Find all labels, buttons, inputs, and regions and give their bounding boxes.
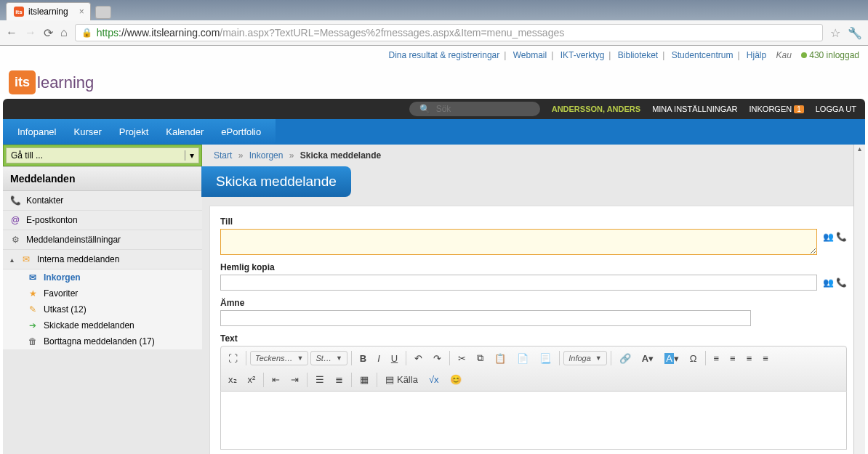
search-input[interactable] — [436, 104, 523, 114]
goto-wrap: Gå till ... ▾ — [3, 145, 202, 166]
undo-icon[interactable]: ↶ — [410, 350, 427, 367]
url-bar[interactable]: 🔒 https://www.itslearning.com/main.aspx?… — [75, 24, 823, 41]
nav-projekt[interactable]: Projekt — [110, 119, 157, 145]
toplink[interactable]: Webmail — [513, 50, 547, 60]
close-icon[interactable]: × — [79, 7, 84, 17]
superscript-icon[interactable]: x² — [244, 371, 260, 388]
unordered-list-icon[interactable]: ≣ — [331, 371, 347, 388]
nav-eportfolio[interactable]: ePortfolio — [212, 119, 270, 145]
sidebar-sub-favoriter[interactable]: ★ Favoriter — [3, 285, 202, 301]
reload-icon[interactable]: ⟳ — [44, 26, 53, 40]
logout-link[interactable]: LOGGA UT — [816, 105, 856, 113]
sidebar-item-epost[interactable]: @ E-postkonton — [3, 211, 202, 230]
redo-icon[interactable]: ↷ — [429, 350, 446, 367]
browser-toolbar: ← → ⟳ ⌂ 🔒 https://www.itslearning.com/ma… — [0, 20, 868, 45]
settings-icon[interactable]: 🔧 — [848, 26, 862, 40]
page-title: Skicka meddelande — [201, 166, 351, 197]
nav-kurser[interactable]: Kurser — [65, 119, 110, 145]
toplink[interactable]: Dina resultat & registreringar — [389, 50, 500, 60]
home-icon[interactable]: ⌂ — [60, 26, 68, 39]
compose-form: Till 👥 📞 Hemlig kopia 👥 📞 — [209, 206, 858, 454]
add-recipient-icon[interactable]: 👥 — [823, 232, 834, 242]
utility-bar: 🔍 ANDERSSON, ANDERS MINA INSTÄLLNINGAR I… — [3, 99, 865, 119]
paste-text-icon[interactable]: 📄 — [513, 350, 533, 367]
add-recipient-icon[interactable]: 👥 — [823, 277, 834, 288]
equation-icon[interactable]: √x — [425, 371, 443, 388]
scrollbar[interactable]: ▴ — [853, 145, 865, 454]
new-tab-button[interactable] — [95, 6, 111, 19]
toplink[interactable]: IKT-verktyg — [560, 50, 605, 60]
table-icon[interactable]: ▦ — [355, 371, 373, 388]
search-box[interactable]: 🔍 — [409, 102, 540, 116]
sidebar-sub-label: Utkast (12) — [44, 304, 87, 315]
url-text: https://www.itslearning.com/main.aspx?Te… — [97, 27, 565, 38]
ordered-list-icon[interactable]: ☰ — [311, 371, 329, 388]
bookmark-icon[interactable]: ☆ — [830, 26, 840, 40]
subscript-icon[interactable]: x₂ — [224, 371, 241, 388]
sidebar-sub-label: Skickade meddelanden — [44, 320, 134, 331]
italic-icon[interactable]: I — [373, 350, 385, 367]
scroll-up-icon[interactable]: ▴ — [854, 145, 865, 153]
text-color-icon[interactable]: A▾ — [638, 350, 658, 367]
sidebar-sub-utkast[interactable]: ✎ Utkast (12) — [3, 301, 202, 317]
user-name[interactable]: ANDERSSON, ANDERS — [552, 105, 640, 113]
inbox-badge: 1 — [794, 105, 804, 113]
gear-icon: ⚙ — [10, 235, 20, 245]
source-label: Källa — [397, 374, 418, 385]
add-contact-phone-icon[interactable]: 📞 — [836, 277, 847, 288]
sidebar-item-kontakter[interactable]: 📞 Kontakter — [3, 191, 202, 211]
sidebar-sub-skickade[interactable]: ➔ Skickade meddelanden — [3, 317, 202, 333]
cut-icon[interactable]: ✂ — [454, 350, 470, 367]
align-justify-icon[interactable]: ≡ — [758, 350, 773, 367]
my-settings-link[interactable]: MINA INSTÄLLNINGAR — [652, 105, 737, 113]
font-label: Teckens… — [255, 354, 293, 362]
nav-kalender[interactable]: Kalender — [157, 119, 212, 145]
outdent-icon[interactable]: ⇤ — [268, 371, 284, 388]
sidebar-sub-label: Borttagna meddelanden (17) — [44, 336, 155, 346]
sidebar-item-settings[interactable]: ⚙ Meddelandeinställningar — [3, 230, 202, 250]
fullscreen-icon[interactable]: ⛶ — [224, 350, 242, 367]
bcc-input[interactable] — [220, 275, 817, 291]
bg-color-icon[interactable]: A▾ — [660, 350, 683, 367]
bold-icon[interactable]: B — [355, 350, 371, 367]
to-input[interactable] — [220, 229, 817, 255]
toplink[interactable]: Biblioteket — [618, 50, 658, 60]
goto-dropdown[interactable]: Gå till ... ▾ — [6, 147, 199, 163]
font-dropdown[interactable]: Teckens…▼ — [250, 351, 308, 365]
editor-body[interactable] — [220, 392, 847, 450]
sidebar-sub-borttagna[interactable]: 🗑 Borttagna meddelanden (17) — [3, 333, 202, 349]
toplink[interactable]: Hjälp — [747, 50, 766, 60]
style-dropdown[interactable]: St…▼ — [310, 351, 347, 365]
add-contact-phone-icon[interactable]: 📞 — [836, 232, 847, 242]
sidebar-group-interna[interactable]: ▴ ✉ Interna meddelanden — [3, 250, 202, 269]
align-center-icon[interactable]: ≡ — [726, 350, 740, 367]
chevron-down-icon: ▾ — [185, 150, 194, 161]
link-icon[interactable]: 🔗 — [615, 350, 635, 367]
insert-dropdown[interactable]: Infoga▼ — [563, 351, 607, 365]
source-button[interactable]: ▤ Källa — [381, 371, 422, 388]
align-right-icon[interactable]: ≡ — [742, 350, 757, 367]
logo-text: learning — [37, 73, 94, 92]
indent-icon[interactable]: ⇥ — [286, 371, 303, 388]
sidebar-sub-inkorgen[interactable]: ✉ Inkorgen — [3, 269, 202, 285]
align-left-icon[interactable]: ≡ — [710, 350, 724, 367]
special-char-icon[interactable]: Ω — [686, 350, 702, 367]
subject-input[interactable] — [220, 310, 751, 326]
breadcrumb-inbox[interactable]: Inkorgen — [249, 150, 284, 161]
toplink[interactable]: Studentcentrum — [672, 50, 734, 60]
logo[interactable]: its learning — [9, 70, 94, 94]
sidebar-item-label: E-postkonton — [26, 215, 78, 225]
url-path: /main.aspx?TextURL=Messages%2fmessages.a… — [220, 27, 564, 38]
underline-icon[interactable]: U — [387, 350, 402, 367]
copy-icon[interactable]: ⧉ — [473, 349, 488, 367]
url-scheme: https — [97, 27, 118, 38]
nav-infopanel[interactable]: Infopanel — [9, 119, 65, 145]
inbox-link[interactable]: INKORGEN1 — [750, 105, 804, 113]
paste-icon[interactable]: 📋 — [490, 350, 510, 367]
browser-tab[interactable]: its itslearning × — [6, 2, 91, 20]
paste-word-icon[interactable]: 📃 — [535, 350, 555, 367]
at-icon: @ — [10, 215, 20, 225]
back-icon[interactable]: ← — [6, 26, 17, 39]
breadcrumb-start[interactable]: Start — [214, 150, 232, 161]
emoji-icon[interactable]: 😊 — [446, 371, 466, 388]
